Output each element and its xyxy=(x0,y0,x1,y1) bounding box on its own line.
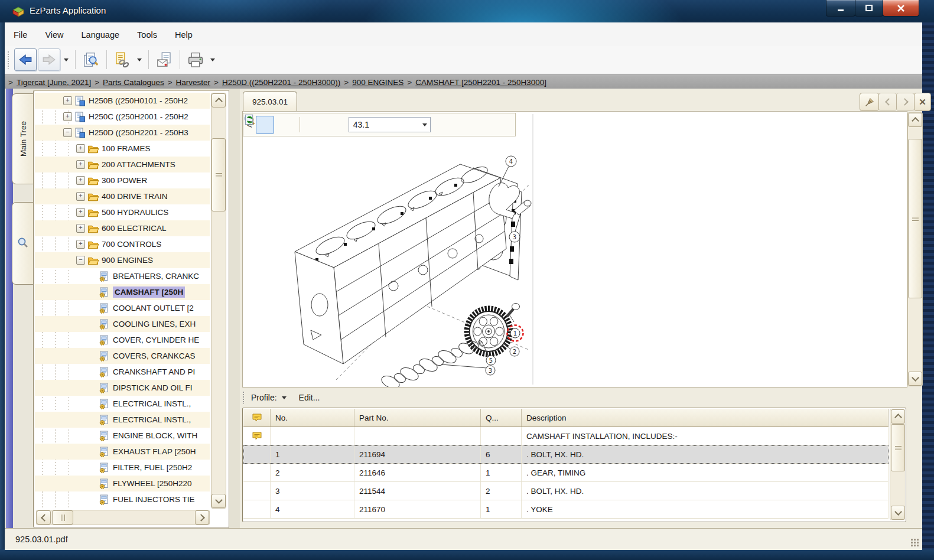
scroll-down-button[interactable] xyxy=(891,506,905,520)
tree-item[interactable]: FLYWHEEL [250H220 xyxy=(35,476,210,491)
zoom-in-button[interactable] xyxy=(305,116,323,134)
tree-item[interactable]: COOLANT OUTLET [2 xyxy=(35,300,210,316)
scroll-left-button[interactable] xyxy=(37,510,51,525)
previous-page-button[interactable] xyxy=(878,93,897,111)
column-header[interactable]: Q... xyxy=(481,409,522,426)
collapse-icon[interactable]: − xyxy=(63,128,72,137)
scroll-up-button[interactable] xyxy=(891,409,905,424)
scroll-thumb[interactable] xyxy=(52,510,73,525)
toolbar-grip[interactable] xyxy=(7,51,10,69)
tree-item[interactable]: EXHAUST FLAP [250H xyxy=(35,444,210,460)
send-document-button[interactable] xyxy=(153,48,175,71)
tree-item[interactable]: −900 ENGINES xyxy=(35,252,210,268)
expand-icon[interactable]: + xyxy=(76,240,85,249)
tree-item[interactable]: +H250C ((250H2001 - 250H2 xyxy=(35,109,210,125)
zoom-out-button[interactable] xyxy=(326,116,344,134)
breadcrumb-link[interactable]: H250D ((250H2201 - 250H3000)) xyxy=(222,78,340,87)
scroll-up-button[interactable] xyxy=(211,93,226,108)
expand-icon[interactable]: + xyxy=(76,208,85,217)
panel-splitter[interactable] xyxy=(229,89,240,528)
document-tab[interactable]: 925.03.01 xyxy=(243,91,297,112)
table-vertical-scrollbar[interactable] xyxy=(890,409,905,520)
menu-view[interactable]: View xyxy=(36,28,72,42)
collapse-icon[interactable]: − xyxy=(76,256,85,265)
tree-item[interactable]: DIPSTICK AND OIL FI xyxy=(35,380,210,396)
print-button[interactable] xyxy=(184,48,207,71)
tree-item[interactable]: COOLING LINES, EXH xyxy=(35,316,210,332)
tree-item[interactable]: COVER, CYLINDER HE xyxy=(35,332,210,348)
table-row[interactable]: 22116461. GEAR, TIMING xyxy=(243,464,889,482)
tree-item[interactable]: +600 ELECTRICAL xyxy=(35,220,210,236)
scroll-thumb[interactable] xyxy=(908,139,922,298)
tab-main-tree[interactable]: Main Tree xyxy=(12,93,34,184)
close-document-button[interactable]: ✕ xyxy=(914,93,931,111)
breadcrumb-link[interactable]: CAMSHAFT [250H2201 - 250H3000] xyxy=(415,78,546,87)
print-dropdown[interactable] xyxy=(210,58,215,61)
scroll-right-button[interactable] xyxy=(195,510,209,525)
tree-item[interactable]: FILTER, FUEL [250H2 xyxy=(35,460,210,476)
tree-item[interactable]: BREATHERS, CRANKC xyxy=(35,268,210,284)
edit-profile-button[interactable]: Edit... xyxy=(299,393,320,402)
pan-tool-button[interactable] xyxy=(276,116,295,134)
tree-horizontal-scrollbar[interactable] xyxy=(36,510,210,525)
tree-item[interactable]: +H250B ((250H0101 - 250H2 xyxy=(35,93,210,109)
expand-icon[interactable]: + xyxy=(76,160,85,169)
refresh-button[interactable] xyxy=(435,116,454,134)
minimize-button[interactable] xyxy=(826,0,855,17)
menu-file[interactable]: File xyxy=(5,28,36,42)
expand-icon[interactable]: + xyxy=(76,144,85,153)
table-row[interactable]: 12116946. BOLT, HX. HD. xyxy=(243,445,889,464)
column-header[interactable]: No. xyxy=(271,409,354,426)
profile-bar-grip[interactable] xyxy=(242,391,245,404)
expand-icon[interactable]: + xyxy=(76,224,85,233)
column-header[interactable]: Description xyxy=(522,409,889,426)
scroll-down-button[interactable] xyxy=(908,372,922,386)
resize-grip[interactable] xyxy=(910,538,920,548)
tree-item[interactable]: CRANKSHAFT AND PI xyxy=(35,364,210,380)
menu-help[interactable]: Help xyxy=(166,28,201,42)
forward-button[interactable] xyxy=(38,48,60,71)
link-attachments-button[interactable] xyxy=(111,48,134,71)
scroll-thumb[interactable] xyxy=(211,138,226,211)
breadcrumb-link[interactable]: Parts Catalogues xyxy=(103,78,164,87)
expand-icon[interactable]: + xyxy=(76,192,85,201)
maximize-button[interactable] xyxy=(855,0,883,17)
tree-item[interactable]: +700 CONTROLS xyxy=(35,236,210,252)
scroll-up-button[interactable] xyxy=(908,113,922,127)
scroll-thumb[interactable] xyxy=(891,424,905,471)
pin-button[interactable] xyxy=(860,93,879,111)
menu-tools[interactable]: Tools xyxy=(128,28,166,42)
canvas-vertical-scrollbar[interactable] xyxy=(907,112,923,386)
tree-item[interactable]: CAMSHAFT [250H xyxy=(35,284,210,300)
close-button[interactable] xyxy=(883,0,919,17)
tree-item[interactable]: FUEL INJECTORS TIE xyxy=(35,491,210,507)
tree-item[interactable]: −H250D ((250H2201 - 250H3 xyxy=(35,125,210,141)
scroll-down-button[interactable] xyxy=(211,494,226,508)
tree-item[interactable]: +200 ATTACHMENTS xyxy=(35,157,210,172)
history-dropdown[interactable] xyxy=(64,58,69,61)
link-dropdown[interactable] xyxy=(137,58,142,61)
expand-icon[interactable]: + xyxy=(63,96,72,105)
tree-vertical-scrollbar[interactable] xyxy=(211,93,226,509)
expand-icon[interactable]: + xyxy=(76,176,85,185)
tree-item[interactable]: COVERS, CRANKCAS xyxy=(35,348,210,364)
column-header[interactable]: Part No. xyxy=(354,409,481,426)
tree-item[interactable]: ELECTRICAL INSTL., xyxy=(35,412,210,428)
breadcrumb-link[interactable]: Harvester xyxy=(176,78,211,87)
tree-item[interactable]: ELECTRICAL INSTL., xyxy=(35,396,210,412)
zoom-level-combo[interactable]: 43.1 xyxy=(349,117,431,132)
table-row[interactable]: 32115442. BOLT, HX. HD. xyxy=(243,482,889,500)
breadcrumb-link[interactable]: 900 ENGINES xyxy=(352,78,403,87)
tree-item[interactable]: ENGINE BLOCK, WITH xyxy=(35,428,210,444)
preview-search-button[interactable] xyxy=(80,48,102,71)
tree-item[interactable]: +300 POWER xyxy=(35,172,210,188)
profile-dropdown[interactable] xyxy=(282,396,287,399)
back-button[interactable] xyxy=(14,48,37,71)
next-page-button[interactable] xyxy=(896,93,915,111)
tree-item[interactable]: +400 DRIVE TRAIN xyxy=(35,188,210,204)
tab-search[interactable] xyxy=(12,202,34,285)
tree-item[interactable]: +100 FRAMES xyxy=(35,141,210,157)
breadcrumb-link[interactable]: Tigercat [June, 2021] xyxy=(17,78,91,87)
table-row[interactable]: 42116701. YOKE xyxy=(243,500,889,519)
select-tool-button[interactable] xyxy=(256,116,274,134)
